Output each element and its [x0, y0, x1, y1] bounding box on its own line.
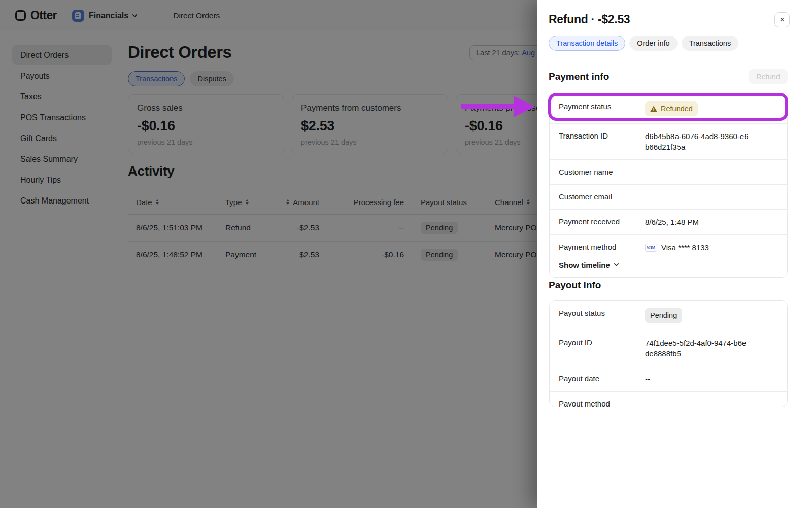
transaction-drawer: Refund · -$2.53 × Transaction details Or… — [537, 0, 812, 508]
refund-button[interactable]: Refund — [749, 69, 788, 84]
payment-status-row: Payment status Refunded — [550, 94, 787, 123]
tab-transaction-details[interactable]: Transaction details — [549, 36, 625, 51]
field-value: 74f1dee5-5f2d-4af0-9474-b6ede8888fb5 — [645, 337, 749, 359]
payout-id-row: Payout ID 74f1dee5-5f2d-4af0-9474-b6ede8… — [550, 330, 787, 366]
annotation-arrow-shaft — [461, 104, 516, 109]
field-value: Pending — [645, 308, 749, 323]
field-label: Payout status — [559, 308, 645, 317]
payout-date-row: Payout date -- — [550, 366, 787, 391]
field-label: Customer name — [559, 167, 645, 176]
field-value: d6b45b8a-6076-4ad8-9360-e6b66d21f35a — [645, 131, 749, 152]
visa-card-icon: VISA — [645, 244, 657, 252]
warning-icon — [650, 106, 657, 112]
close-button[interactable]: × — [774, 12, 790, 27]
payment-info-heading: Payment info — [549, 71, 609, 82]
customer-email-row: Customer email — [550, 184, 787, 209]
tab-transactions[interactable]: Transactions — [682, 36, 738, 51]
payment-method-row: Payment method VISA Visa **** 8133 Show … — [550, 234, 787, 277]
field-label: Payout date — [559, 374, 645, 383]
field-label: Transaction ID — [559, 131, 645, 140]
payout-method-row: Payout method — [550, 391, 787, 407]
field-value: -- — [645, 374, 749, 384]
field-label: Payment received — [559, 217, 645, 226]
field-label: Payment status — [559, 101, 645, 111]
tab-order-info[interactable]: Order info — [629, 36, 677, 51]
field-label: Payment method — [559, 242, 645, 251]
refunded-badge: Refunded — [645, 101, 698, 116]
show-timeline-toggle[interactable]: Show timeline — [559, 261, 778, 269]
drawer-title: Refund · -$2.53 — [549, 13, 630, 26]
field-label: Customer email — [559, 192, 645, 201]
close-icon: × — [780, 15, 784, 24]
payment-info-card: Payment status Refunded Transaction ID d… — [549, 94, 788, 278]
payout-info-card: Payout status Pending Payout ID 74f1dee5… — [549, 300, 788, 407]
field-label: Payout method — [559, 399, 645, 407]
field-label: Payout ID — [559, 337, 645, 347]
field-value: 8/6/25, 1:48 PM — [645, 217, 749, 227]
drawer-tabs: Transaction details Order info Transacti… — [549, 36, 738, 51]
payment-received-row: Payment received 8/6/25, 1:48 PM — [550, 209, 787, 234]
pending-badge: Pending — [645, 308, 682, 323]
app-root: Otter Financials Direct Orders Direct Or… — [0, 0, 812, 508]
field-value: VISA Visa **** 8133 — [645, 242, 749, 253]
transaction-id-row: Transaction ID d6b45b8a-6076-4ad8-9360-e… — [550, 123, 787, 159]
payout-status-row: Payout status Pending — [550, 301, 787, 330]
customer-name-row: Customer name — [550, 159, 787, 184]
chevron-down-icon — [614, 261, 619, 266]
payout-info-heading: Payout info — [549, 280, 601, 291]
field-value: Refunded — [645, 101, 749, 116]
